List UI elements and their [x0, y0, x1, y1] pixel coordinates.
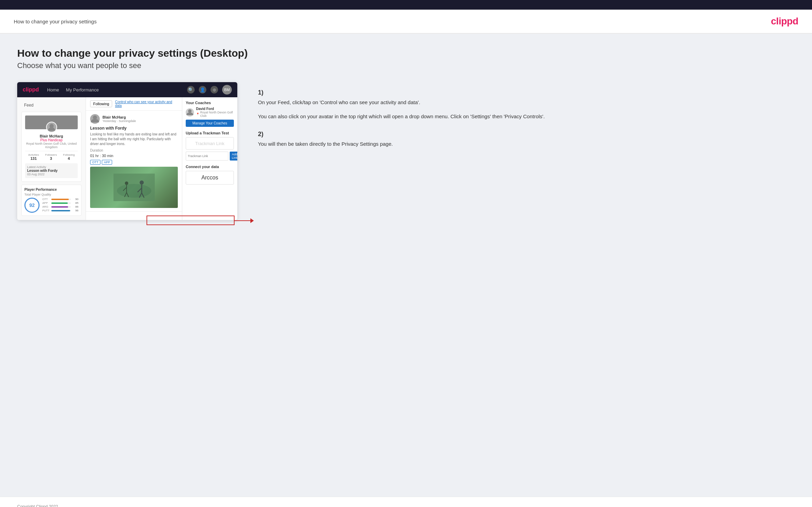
add-link-button[interactable]: Add Link: [230, 152, 237, 161]
step-2: 2) You will then be taken directly to th…: [258, 131, 795, 148]
bar-row-app: APP 85: [42, 201, 78, 205]
app-body: Feed Blair McHarg Plus Handicap: [17, 97, 237, 220]
middle-top: Following Control who can see your activ…: [86, 97, 182, 111]
coach-avatar: [186, 108, 194, 117]
bar-label: ARG: [42, 205, 50, 208]
header-title: How to change your privacy settings: [14, 19, 97, 24]
nav-performance[interactable]: My Performance: [66, 87, 99, 92]
stat-activities-value: 131: [28, 156, 39, 161]
stat-activities-label: Activities: [28, 153, 39, 156]
bar-value: 86: [72, 205, 78, 208]
app-mockup: clippd Home My Performance 🔍 👤 ⊕ BM: [17, 82, 237, 220]
post-card: Blair McHarg Yesterday · Sunningdale Les…: [86, 111, 182, 212]
main-content: How to change your privacy settings (Des…: [0, 34, 812, 497]
top-bar: [0, 0, 812, 10]
pp-row: 92 OTT 90 APP 85 ARG 86 PUTT 96: [24, 198, 78, 213]
post-user-location: Yesterday · Sunningdale: [102, 119, 136, 123]
page-subheading: Choose what you want people to see: [17, 61, 795, 70]
left-panel: Feed Blair McHarg Plus Handicap: [17, 97, 86, 220]
trackman-title: Upload a Trackman Test: [186, 131, 234, 135]
user-avatar: [46, 122, 57, 133]
middle-panel: Following Control who can see your activ…: [86, 97, 182, 220]
annotation-line: [235, 220, 252, 221]
user-handicap: Plus Handicap: [25, 138, 78, 142]
bar-label: OTT: [42, 198, 50, 201]
post-avatar: [90, 114, 100, 124]
coach-club-icon: 📍: [196, 113, 199, 116]
user-avatar-wrap: [25, 115, 78, 129]
mockup-outer: clippd Home My Performance 🔍 👤 ⊕ BM: [17, 82, 237, 220]
latest-activity: Latest Activity Lesson with Fordy 03 Aug…: [25, 163, 78, 178]
svg-point-3: [117, 184, 151, 198]
tag-ott: OTT: [90, 160, 100, 165]
player-performance: Player Performance Total Player Quality …: [21, 185, 82, 216]
post-tags: OTT APP: [90, 160, 178, 165]
stat-followers-value: 3: [45, 156, 57, 161]
post-duration-value: 01 hr : 30 min: [90, 154, 178, 158]
step-1: 1) On your Feed, click/tap on 'Control w…: [258, 89, 795, 121]
annotation-arrowhead: [250, 218, 254, 223]
coach-info: David Ford 📍 Royal North Devon Golf Club: [196, 107, 234, 118]
latest-activity-label: Latest Activity: [27, 165, 76, 169]
app-nav-right: 🔍 👤 ⊕ BM: [187, 85, 232, 95]
search-icon[interactable]: 🔍: [187, 86, 195, 93]
right-panel: Your Coaches David Ford 📍 Royal North: [182, 97, 237, 220]
feed-tab[interactable]: Feed: [21, 101, 82, 109]
plus-icon[interactable]: ⊕: [210, 86, 218, 93]
stat-following-value: 4: [63, 156, 75, 161]
step1-extra: You can also click on your avatar in the…: [258, 112, 795, 121]
bar-label: APP: [42, 201, 50, 205]
app-logo: clippd: [23, 87, 39, 93]
manage-coaches-button[interactable]: Manage Your Coaches: [186, 120, 234, 127]
pp-title: Player Performance: [24, 188, 78, 191]
latest-activity-value: Lesson with Fordy: [27, 169, 76, 173]
coach-name: David Ford: [196, 107, 234, 111]
bar-fill: [51, 202, 68, 204]
stat-following-label: Following: [63, 153, 75, 156]
connect-section: Connect your data Arccos: [186, 165, 234, 185]
bar-value: 90: [72, 198, 78, 201]
user-stats: Activities 131 Followers 3 Following 4: [25, 151, 78, 161]
bar-track: [51, 202, 71, 204]
trackman-input[interactable]: [186, 152, 228, 161]
demo-container: clippd Home My Performance 🔍 👤 ⊕ BM: [17, 82, 795, 220]
bar-label: PUTT: [42, 209, 50, 212]
footer: Copyright Clippd 2022: [0, 497, 812, 507]
app-nav: clippd Home My Performance 🔍 👤 ⊕ BM: [17, 82, 237, 97]
stat-following: Following 4: [63, 153, 75, 161]
following-button[interactable]: Following: [90, 100, 112, 107]
connect-title: Connect your data: [186, 165, 234, 169]
quality-circle: 92: [24, 198, 40, 213]
person-icon[interactable]: 👤: [199, 86, 206, 93]
bar-fill: [51, 199, 69, 200]
stat-followers-label: Followers: [45, 153, 57, 156]
bar-value: 96: [72, 209, 78, 212]
post-body: Looking to feel like my hands are exitin…: [90, 132, 178, 146]
logo: clippd: [771, 16, 798, 27]
svg-point-4: [125, 181, 128, 185]
avatar-nav[interactable]: BM: [222, 85, 232, 95]
bar-track: [51, 199, 71, 200]
pp-bars: OTT 90 APP 85 ARG 86 PUTT 96: [42, 198, 78, 213]
coach-club-row: 📍 Royal North Devon Golf Club: [196, 111, 234, 118]
stat-followers: Followers 3: [45, 153, 57, 161]
tag-app: APP: [102, 160, 112, 165]
control-privacy-link[interactable]: Control who can see your activity and da…: [115, 100, 178, 108]
stat-activities: Activities 131: [28, 153, 39, 161]
post-duration: Duration: [90, 148, 178, 152]
bar-row-arg: ARG 86: [42, 205, 78, 208]
pp-quality: Total Player Quality: [24, 193, 78, 196]
trackman-placeholder: Trackman Link: [195, 141, 225, 146]
instructions: 1) On your Feed, click/tap on 'Control w…: [251, 82, 795, 158]
bar-fill: [51, 210, 70, 211]
user-club: Royal North Devon Golf Club, United King…: [25, 142, 78, 149]
arccos-name: Arccos: [202, 175, 218, 180]
user-card: Blair McHarg Plus Handicap Royal North D…: [21, 112, 82, 182]
step1-text: On your Feed, click/tap on 'Control who …: [258, 98, 795, 107]
post-title: Lesson with Fordy: [90, 126, 178, 131]
coach-club: Royal North Devon Golf Club: [200, 111, 234, 118]
nav-home[interactable]: Home: [47, 87, 59, 92]
step1-num: 1): [258, 89, 795, 96]
coaches-section: Your Coaches David Ford 📍 Royal North: [186, 101, 234, 127]
duration-label: Duration: [90, 148, 103, 152]
